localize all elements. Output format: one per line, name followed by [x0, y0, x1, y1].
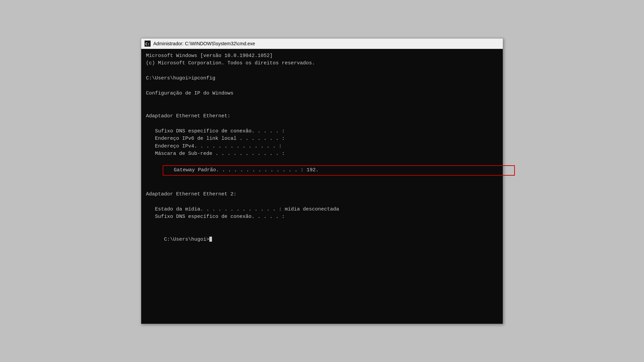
line-ipv6: Endereço IPv6 de link local . . . . . . …: [146, 135, 498, 143]
prompt-text: C:\Users\hugoi>: [164, 237, 209, 242]
line-copyright: (c) Microsoft Corporation. Todos os dire…: [146, 60, 498, 67]
line-config-header: Configuração de IP do Windows: [146, 90, 498, 98]
line-empty4: [146, 105, 498, 113]
line-adapter2-header: Adaptador Ethernet Ethernet 2:: [146, 191, 498, 198]
gateway-highlight: Gateway Padrão. . . . . . . . . . . . . …: [163, 165, 515, 176]
line-prompt: C:\Users\hugoi>: [146, 228, 498, 251]
line-empty6: [146, 183, 498, 191]
line-dns-suffix2: Sufixo DNS específico de conexão. . . . …: [146, 213, 498, 221]
line-gateway: Gateway Padrão. . . . . . . . . . . . . …: [146, 158, 498, 183]
cursor-blink: [209, 237, 212, 242]
line-empty2: [146, 82, 498, 90]
line-empty7: [146, 198, 498, 206]
line-subnet: Máscara de Sub-rede . . . . . . . . . . …: [146, 150, 498, 158]
line-empty8: [146, 221, 498, 229]
line-adapter1-header: Adaptador Ethernet Ethernet:: [146, 113, 498, 120]
line-media-state: Estado da mídia. . . . . . . . . . . . .…: [146, 206, 498, 214]
line-ipconfig-cmd: C:\Users\hugoi>ipconfig: [146, 75, 498, 82]
line-empty5: [146, 120, 498, 128]
svg-text:C:: C:: [145, 42, 150, 46]
line-version: Microsoft Windows [versão 10.0.19042.105…: [146, 52, 498, 60]
window-title: Administrador: C:\WINDOWS\system32\cmd.e…: [153, 41, 255, 46]
line-empty3: [146, 98, 498, 105]
title-bar: C: Administrador: C:\WINDOWS\system32\cm…: [141, 39, 503, 49]
line-empty1: [146, 67, 498, 75]
line-dns-suffix: Sufixo DNS específico de conexão. . . . …: [146, 128, 498, 135]
cmd-icon: C:: [145, 41, 151, 47]
cmd-window: C: Administrador: C:\WINDOWS\system32\cm…: [141, 38, 503, 324]
line-ipv4: Endereço IPv4. . . . . . . . . . . . . .…: [146, 143, 498, 150]
terminal-body[interactable]: Microsoft Windows [versão 10.0.19042.105…: [141, 49, 503, 324]
